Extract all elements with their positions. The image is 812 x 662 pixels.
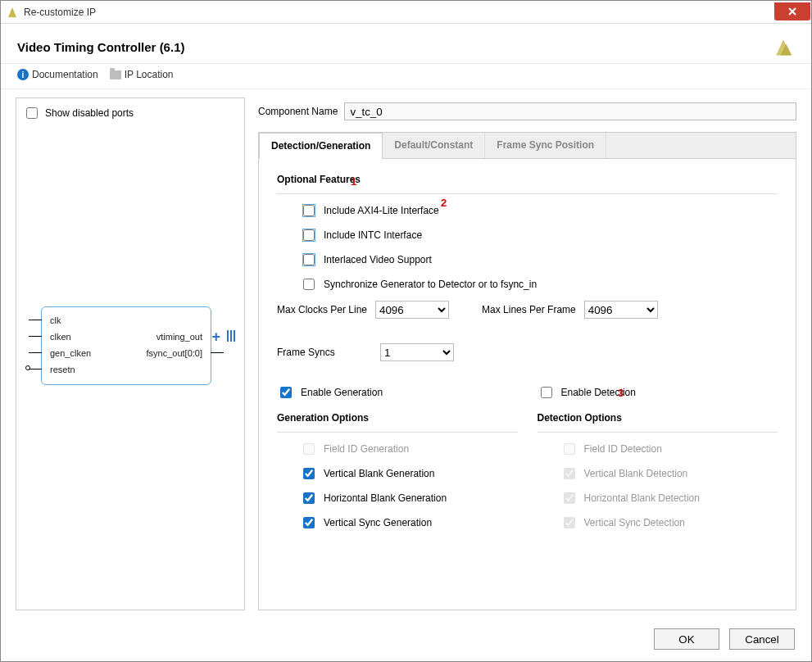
folder-icon <box>110 70 121 79</box>
det-vblank-label: Vertical Blank Detection <box>584 468 688 479</box>
max-lines-param: Max Lines Per Frame 4096 <box>482 301 658 319</box>
port-resetn: resetn <box>50 365 75 374</box>
intc-checkbox[interactable] <box>303 229 315 241</box>
titlebar: Re-customize IP <box>1 1 811 24</box>
det-hblank-label: Horizontal Blank Detection <box>584 492 700 504</box>
enable-generation-checkbox[interactable] <box>280 387 292 398</box>
gen-vsync-checkbox[interactable] <box>303 517 315 528</box>
port-vtiming-out: vtiming_out <box>157 332 202 342</box>
component-name-row: Component Name <box>258 102 796 120</box>
close-button[interactable] <box>774 2 810 20</box>
port-clken: clken <box>50 332 71 342</box>
det-vsync-checkbox <box>564 517 575 528</box>
tabstrip: Detection/Generation Default/Constant Fr… <box>259 133 796 159</box>
gen-vsync-label: Vertical Sync Generation <box>324 517 432 528</box>
component-name-input[interactable] <box>344 102 796 120</box>
ip-location-link[interactable]: IP Location <box>110 69 174 80</box>
tab-default-constant[interactable]: Default/Constant <box>383 133 485 158</box>
pin-line <box>29 320 42 320</box>
footer: OK Cancel <box>1 620 811 661</box>
show-disabled-ports-checkbox[interactable] <box>26 107 38 119</box>
sync-gen-label: Synchronize Generator to Detector or to … <box>324 279 537 290</box>
port-fsync-out: fsync_out[0:0] <box>147 348 203 358</box>
axi4-label: Include AXI4-Lite Interface <box>324 205 439 216</box>
intc-label: Include INTC Interface <box>324 229 422 241</box>
parameter-block: Max Clocks Per Line 4096 Max Lines Per F… <box>277 301 778 361</box>
content: Show disabled ports clk clken gen_clken … <box>1 88 811 620</box>
interlaced-checkbox[interactable] <box>303 254 315 265</box>
det-field-id-option: Field ID Detection <box>560 441 778 457</box>
svg-marker-0 <box>8 7 16 17</box>
info-icon: i <box>17 69 29 80</box>
gen-field-id-checkbox <box>303 443 315 455</box>
gen-vsync-option[interactable]: Vertical Sync Generation <box>300 515 518 531</box>
enable-detection-option[interactable]: Enable Detection <box>538 384 778 401</box>
ok-button[interactable]: OK <box>654 628 719 650</box>
detection-options-col: Detection Options Field ID Detection Ver… <box>538 409 778 539</box>
axi4-option[interactable]: Include AXI4-Lite Interface <box>300 202 778 219</box>
max-clocks-param: Max Clocks Per Line 4096 <box>277 301 449 319</box>
component-name-label: Component Name <box>258 106 338 117</box>
sync-gen-checkbox[interactable] <box>303 279 315 290</box>
gen-hblank-label: Horizontal Blank Generation <box>324 492 447 504</box>
bus-icon <box>227 330 235 342</box>
detection-options-title: Detection Options <box>538 412 778 424</box>
det-hblank-checkbox <box>564 492 575 504</box>
det-hblank-option: Horizontal Blank Detection <box>560 490 778 506</box>
generation-options-col: Generation Options Field ID Generation V… <box>277 409 518 539</box>
frame-syncs-label: Frame Syncs <box>277 347 372 358</box>
show-disabled-ports-option[interactable]: Show disabled ports <box>23 105 238 121</box>
documentation-link[interactable]: i Documentation <box>17 69 98 80</box>
frame-syncs-param: Frame Syncs 1 <box>277 343 778 361</box>
sync-gen-option[interactable]: Synchronize Generator to Detector or to … <box>300 276 778 292</box>
enable-generation-label: Enable Generation <box>301 387 383 398</box>
plus-icon: + <box>211 329 220 346</box>
frame-syncs-select[interactable]: 1 <box>380 343 454 361</box>
diagram-panel: Show disabled ports clk clken gen_clken … <box>16 97 245 610</box>
gen-field-id-label: Field ID Generation <box>324 443 409 455</box>
linkbar: i Documentation IP Location <box>1 63 811 88</box>
enable-row: Enable Generation Enable Detection <box>277 376 778 409</box>
tab-detection-generation[interactable]: Detection/Generation <box>259 133 383 159</box>
divider <box>538 432 778 433</box>
scroll-area[interactable]: Optional Features Include AXI4-Lite Inte… <box>259 159 796 610</box>
config-panel: Component Name Detection/Generation Defa… <box>258 97 796 610</box>
vendor-logo-icon <box>772 35 795 58</box>
divider <box>277 193 778 194</box>
enable-generation-option[interactable]: Enable Generation <box>277 384 518 401</box>
options-columns: Generation Options Field ID Generation V… <box>277 409 778 539</box>
gen-vblank-option[interactable]: Vertical Blank Generation <box>300 465 518 482</box>
pin-line <box>29 336 42 337</box>
gen-field-id-option: Field ID Generation <box>300 441 518 457</box>
tab-frame-sync-position[interactable]: Frame Sync Position <box>485 133 606 158</box>
pin-line <box>29 352 42 353</box>
divider <box>277 432 518 433</box>
intc-option[interactable]: Include INTC Interface <box>300 227 778 243</box>
det-field-id-label: Field ID Detection <box>584 443 662 455</box>
gen-hblank-option[interactable]: Horizontal Blank Generation <box>300 490 518 506</box>
tab-body: Optional Features Include AXI4-Lite Inte… <box>259 159 796 610</box>
header: Video Timing Controller (6.1) <box>1 24 811 63</box>
pin-line <box>211 352 224 353</box>
det-field-id-checkbox <box>564 443 575 455</box>
det-vblank-option: Vertical Blank Detection <box>560 465 778 482</box>
max-clocks-label: Max Clocks Per Line <box>277 304 367 315</box>
interlaced-option[interactable]: Interlaced Video Support <box>300 252 778 268</box>
max-lines-select[interactable]: 4096 <box>584 301 658 319</box>
det-vsync-label: Vertical Sync Detection <box>584 517 685 528</box>
max-lines-label: Max Lines Per Frame <box>482 304 576 315</box>
tabs-container: Detection/Generation Default/Constant Fr… <box>258 132 796 610</box>
window: Re-customize IP Video Timing Controller … <box>0 0 812 662</box>
enable-detection-checkbox[interactable] <box>541 387 552 398</box>
cancel-button[interactable]: Cancel <box>729 628 795 650</box>
axi4-checkbox[interactable] <box>303 205 315 216</box>
enable-detection-label: Enable Detection <box>561 387 636 398</box>
gen-vblank-label: Vertical Blank Generation <box>324 468 434 479</box>
documentation-label: Documentation <box>32 69 98 80</box>
gen-vblank-checkbox[interactable] <box>303 468 315 479</box>
generation-options-title: Generation Options <box>277 412 518 424</box>
ip-block-diagram: clk clken gen_clken resetn vtiming_out +… <box>41 306 211 385</box>
ip-location-label: IP Location <box>125 69 174 80</box>
gen-hblank-checkbox[interactable] <box>303 492 315 504</box>
max-clocks-select[interactable]: 4096 <box>375 301 449 319</box>
